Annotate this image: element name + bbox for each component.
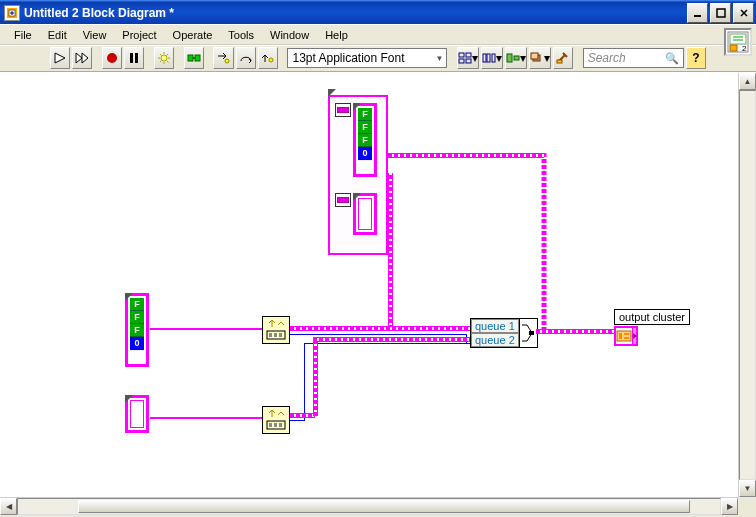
svg-rect-23	[507, 54, 512, 62]
cluster-constant-left[interactable]: F F F 0	[125, 293, 149, 367]
menu-help[interactable]: Help	[317, 27, 356, 43]
close-button[interactable]	[733, 3, 754, 23]
cluster-indicator-icon	[616, 330, 632, 342]
array-constant-top2[interactable]	[335, 193, 377, 235]
window-title: Untitled 2 Block Diagram *	[24, 6, 687, 20]
horizontal-scrollbar[interactable]: ◀ ▶	[0, 497, 738, 515]
svg-rect-40	[619, 333, 622, 339]
wire-queue2-type	[150, 417, 262, 419]
hscroll-track[interactable]	[17, 498, 721, 515]
vi-icon-panel[interactable]: 2	[724, 28, 752, 56]
svg-rect-22	[492, 54, 495, 62]
wire-queue1-num	[290, 334, 466, 335]
bundle-by-name-node[interactable]: queue 1 queue 2	[470, 318, 538, 348]
wire-queue2-num	[290, 420, 305, 421]
block-diagram-canvas[interactable]: F F F 0	[0, 73, 738, 497]
wire-cluster-vertical	[388, 173, 393, 329]
font-select[interactable]: 13pt Application Font	[287, 48, 447, 68]
scroll-left-button[interactable]: ◀	[0, 498, 17, 515]
scroll-right-button[interactable]: ▶	[721, 498, 738, 515]
bool-cell: F	[130, 298, 144, 311]
svg-point-11	[161, 55, 167, 61]
scroll-up-button[interactable]: ▲	[739, 73, 756, 90]
output-cluster-label: output cluster	[619, 311, 685, 323]
svg-rect-6	[730, 45, 737, 51]
highlight-execution-button[interactable]	[154, 47, 174, 69]
bool-cell: F	[130, 311, 144, 324]
align-button[interactable]: ▾	[457, 47, 479, 69]
distribute-button[interactable]: ▾	[481, 47, 503, 69]
resize-button[interactable]: ▾	[505, 47, 527, 69]
svg-rect-3	[717, 9, 725, 17]
pause-button[interactable]	[124, 47, 144, 69]
scroll-down-button[interactable]: ▼	[739, 480, 756, 497]
svg-rect-41	[624, 333, 629, 335]
menu-window[interactable]: Window	[262, 27, 317, 43]
workspace: F F F 0	[0, 72, 756, 515]
svg-rect-24	[514, 56, 519, 60]
help-button[interactable]: ?	[686, 47, 706, 69]
step-out-button[interactable]	[258, 47, 278, 69]
wire-queue1-num2	[304, 343, 470, 344]
vscroll-track[interactable]	[739, 90, 756, 480]
cluster-constant-left-small[interactable]	[125, 395, 149, 433]
menu-tools[interactable]: Tools	[220, 27, 262, 43]
menu-project[interactable]: Project	[114, 27, 164, 43]
svg-rect-32	[274, 333, 277, 337]
minimize-button[interactable]	[687, 3, 708, 23]
bundle-input-queue1[interactable]: queue 1	[471, 319, 519, 333]
svg-rect-9	[130, 53, 133, 63]
step-into-button[interactable]	[213, 47, 233, 69]
search-input[interactable]: Search	[583, 48, 684, 68]
blank-cell	[358, 160, 372, 172]
num-cell: 0	[358, 147, 372, 160]
svg-rect-42	[624, 337, 629, 339]
svg-rect-21	[487, 54, 490, 62]
vertical-scrollbar[interactable]: ▲ ▼	[738, 73, 756, 497]
svg-point-15	[269, 58, 273, 62]
svg-rect-27	[557, 60, 562, 63]
svg-rect-12	[188, 55, 193, 61]
step-over-button[interactable]	[236, 47, 256, 69]
array-index-icon	[337, 107, 349, 113]
menubar: File Edit View Project Operate Tools Win…	[0, 24, 756, 44]
run-continuous-button[interactable]	[72, 47, 92, 69]
svg-rect-5	[730, 34, 746, 44]
svg-rect-36	[274, 423, 277, 427]
obtain-queue-node-2[interactable]	[262, 406, 290, 434]
output-cluster-indicator[interactable]: output cluster	[614, 309, 690, 346]
hscroll-thumb[interactable]	[78, 500, 690, 513]
svg-rect-16	[459, 53, 464, 57]
svg-rect-26	[531, 53, 538, 59]
retain-wire-values-button[interactable]	[184, 47, 204, 69]
num-cell: 0	[130, 337, 144, 350]
font-select-label: 13pt Application Font	[292, 51, 404, 65]
wire-bundle-output	[536, 329, 626, 334]
run-button[interactable]	[50, 47, 70, 69]
svg-rect-33	[279, 333, 282, 337]
svg-text:2: 2	[742, 44, 747, 53]
menu-view[interactable]: View	[75, 27, 115, 43]
svg-rect-10	[135, 53, 138, 63]
maximize-button[interactable]	[710, 3, 731, 23]
obtain-queue-node-1[interactable]	[262, 316, 290, 344]
menu-file[interactable]: File	[6, 27, 40, 43]
reorder-button[interactable]: ▾	[529, 47, 551, 69]
svg-rect-19	[466, 59, 471, 63]
array-constant-top1[interactable]: F F F 0	[335, 103, 377, 177]
svg-rect-18	[459, 59, 464, 63]
wire-queue1-ref	[290, 326, 470, 331]
bool-cell: F	[358, 121, 372, 134]
menu-edit[interactable]: Edit	[40, 27, 75, 43]
bool-cell: F	[358, 134, 372, 147]
scrollbar-corner	[738, 497, 756, 515]
svg-point-8	[107, 53, 117, 63]
svg-rect-2	[694, 15, 701, 17]
menu-operate[interactable]: Operate	[165, 27, 221, 43]
wire-queue2-ref-v	[313, 339, 318, 416]
bool-cell: F	[358, 108, 372, 121]
wire-queue2-ref	[290, 413, 315, 418]
abort-button[interactable]	[102, 47, 122, 69]
bundle-input-queue2[interactable]: queue 2	[471, 333, 519, 347]
cleanup-button[interactable]	[553, 47, 573, 69]
